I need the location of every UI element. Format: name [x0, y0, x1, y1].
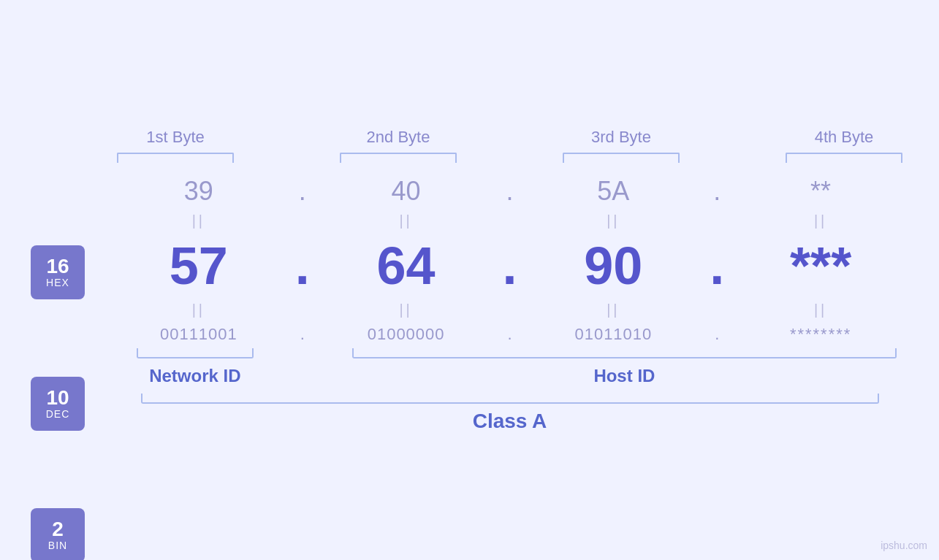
byte-col-2: 2nd Byte — [302, 128, 495, 163]
eq-2: || — [317, 212, 495, 229]
byte-label-1: 1st Byte — [146, 128, 204, 147]
hex-dot-1: . — [288, 176, 317, 207]
dec-cell-1: 57 — [110, 236, 288, 296]
bracket-top-2 — [340, 153, 457, 163]
eq-1: || — [110, 212, 288, 229]
dec-cell-3: 90 — [525, 236, 703, 296]
network-id-section: Network ID — [95, 348, 295, 386]
eq-3: || — [525, 212, 703, 229]
eq2-4: || — [731, 302, 910, 318]
bin-badge: 2 BIN — [31, 508, 85, 561]
bin-val-1: 00111001 — [160, 325, 237, 344]
dec-val-3: 90 — [584, 236, 642, 296]
byte-label-2: 2nd Byte — [367, 128, 430, 147]
bin-val-2: 01000000 — [368, 325, 445, 344]
dec-cell-4: *** — [731, 236, 910, 296]
class-label: Class A — [473, 410, 547, 433]
eq2-2: || — [317, 302, 495, 318]
class-bracket-bottom — [141, 394, 879, 404]
hex-val-4: ** — [810, 176, 831, 207]
dec-val-4: *** — [790, 236, 851, 296]
bin-cell-4: ******** — [731, 325, 910, 344]
bottom-brackets: Network ID Host ID — [95, 348, 924, 386]
eq-4: || — [731, 212, 910, 229]
hex-val-3: 5A — [597, 176, 629, 207]
hex-dot-3: . — [702, 176, 731, 207]
dec-dot-2: . — [495, 236, 525, 296]
bin-dot-2: . — [495, 325, 525, 344]
byte-headers: 1st Byte 2nd Byte 3rd Byte 4th Byte — [79, 128, 940, 163]
watermark: ipshu.com — [881, 540, 927, 551]
dec-row: 57 . 64 . 90 . *** — [95, 236, 924, 296]
network-id-label: Network ID — [149, 366, 240, 386]
hex-badge: 16 HEX — [31, 245, 85, 299]
byte-label-4: 4th Byte — [815, 128, 874, 147]
eq2-3: || — [525, 302, 703, 318]
hex-badge-number: 16 — [46, 256, 69, 277]
byte-col-3: 3rd Byte — [525, 128, 718, 163]
hex-cell-2: 40 — [317, 176, 495, 207]
bin-cell-2: 01000000 — [317, 325, 495, 344]
hex-badge-name: HEX — [46, 277, 69, 288]
hex-dot-2: . — [495, 176, 525, 207]
bracket-top-4 — [786, 153, 902, 163]
host-id-section: Host ID — [324, 348, 924, 386]
bin-dot-3: . — [702, 325, 731, 344]
eq2-1: || — [110, 302, 288, 318]
byte-col-4: 4th Byte — [748, 128, 940, 163]
bin-badge-number: 2 — [52, 519, 64, 540]
class-section: Class A — [95, 394, 924, 433]
bin-val-4: ******** — [790, 325, 852, 344]
dec-val-1: 57 — [170, 236, 228, 296]
main-container: 1st Byte 2nd Byte 3rd Byte 4th Byte 16 H… — [0, 0, 939, 560]
dec-dot-1: . — [288, 236, 317, 296]
hex-cell-3: 5A — [525, 176, 703, 207]
dec-badge: 10 DEC — [31, 377, 85, 431]
host-bracket-bottom — [352, 348, 897, 358]
hex-val-1: 39 — [184, 176, 213, 207]
dec-val-2: 64 — [377, 236, 436, 296]
byte-col-1: 1st Byte — [79, 128, 273, 163]
bin-row: 00111001 . 01000000 . 01011010 . — [95, 325, 924, 344]
dec-dot-3: . — [702, 236, 731, 296]
bin-cell-1: 00111001 — [110, 325, 288, 344]
bracket-top-3 — [563, 153, 680, 163]
host-id-label: Host ID — [593, 366, 655, 386]
bracket-top-1 — [117, 153, 234, 163]
network-bracket-bottom — [137, 348, 254, 358]
bin-cell-3: 01011010 — [525, 325, 703, 344]
hex-cell-1: 39 — [110, 176, 288, 207]
bin-val-3: 01011010 — [574, 325, 652, 344]
dec-cell-2: 64 — [317, 236, 495, 296]
byte-label-3: 3rd Byte — [591, 128, 651, 147]
dec-badge-name: DEC — [46, 408, 70, 420]
dec-badge-number: 10 — [46, 388, 69, 408]
base-badges: 16 HEX 10 DEC 2 BIN — [31, 243, 85, 561]
hex-row: 39 . 40 . 5A . ** — [95, 176, 924, 207]
sep-dec-bin: || || || || — [95, 296, 924, 325]
hex-val-2: 40 — [392, 176, 421, 207]
bin-dot-1: . — [288, 325, 317, 344]
sep-hex-dec: || || || || — [95, 207, 924, 236]
hex-cell-4: ** — [731, 176, 910, 207]
bin-badge-name: BIN — [48, 540, 67, 551]
